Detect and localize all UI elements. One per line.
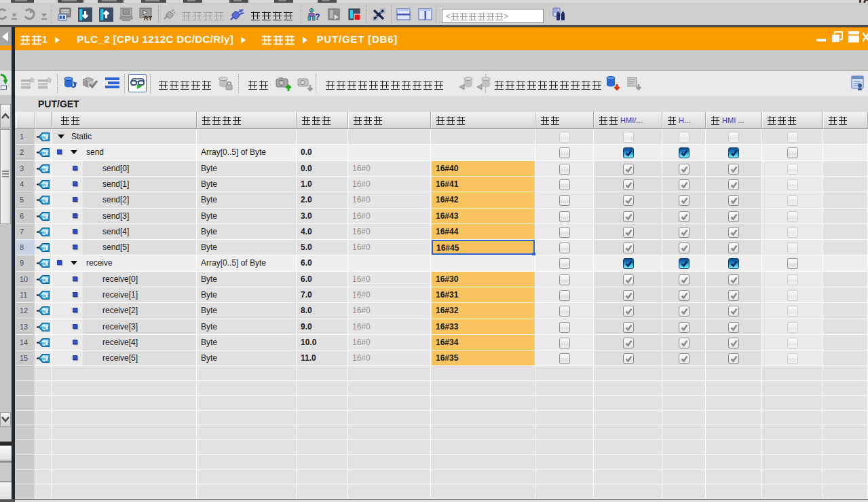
svg-text:?: ? xyxy=(315,12,320,22)
svg-text:RT: RT xyxy=(144,15,152,22)
